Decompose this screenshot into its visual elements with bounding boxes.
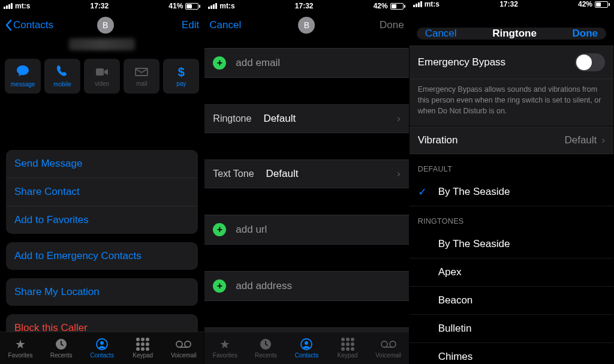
add-url-row[interactable]: + add url <box>204 215 408 245</box>
vibration-row[interactable]: Vibration Default › <box>410 127 613 154</box>
tab-recents[interactable]: Recents <box>245 332 286 364</box>
option-label: Apex <box>438 266 462 278</box>
tab-voicemail[interactable]: Voicemail <box>368 332 409 364</box>
ringtone-val: Default <box>263 113 296 125</box>
tab-bar: ★ Favorites Recents Contacts Keypad Vo <box>204 332 408 364</box>
tab-label: Contacts <box>295 352 318 359</box>
bypass-note: Emergency Bypass allows sounds and vibra… <box>410 79 613 127</box>
contact-name-blurred <box>69 38 135 50</box>
signal-icon <box>208 3 217 9</box>
ringtone-option[interactable]: Bulletin <box>410 315 613 343</box>
nav-bar: Cancel B Done <box>204 12 408 38</box>
avatar[interactable]: B <box>97 17 114 34</box>
add-emergency[interactable]: Add to Emergency Contacts <box>6 242 198 270</box>
tab-recents[interactable]: Recents <box>41 332 82 364</box>
tab-contacts[interactable]: Contacts <box>82 332 122 364</box>
svg-point-10 <box>305 341 308 345</box>
pay-chip[interactable]: $ pay <box>163 59 199 94</box>
ringtone-key: Ringtone <box>213 113 251 124</box>
ringtone-option[interactable]: Chimes <box>410 343 613 364</box>
svg-point-5 <box>176 341 182 347</box>
ringtone-row[interactable]: Ringtone Default › <box>204 104 408 133</box>
option-label: By The Seaside <box>438 186 510 197</box>
tab-label: Contacts <box>90 352 113 359</box>
add-url-label: add url <box>236 224 267 236</box>
share-location[interactable]: Share My Location <box>6 278 198 306</box>
bypass-toggle[interactable] <box>575 53 605 71</box>
battery-icon <box>185 3 200 10</box>
tab-keypad[interactable]: Keypad <box>327 332 368 364</box>
carrier-label: mt:s <box>219 2 234 10</box>
plus-icon: + <box>213 223 226 236</box>
actions-group-3: Share My Location <box>6 278 198 306</box>
add-email-row[interactable]: + add email <box>204 48 408 78</box>
ringtone-option[interactable]: By The Seaside <box>410 230 613 258</box>
phone-icon <box>56 65 68 79</box>
status-time: 17:32 <box>295 2 314 10</box>
avatar[interactable]: B <box>298 17 315 34</box>
battery-icon <box>390 3 405 10</box>
ringtone-option[interactable]: Beacon <box>410 287 613 315</box>
mail-chip[interactable]: mail <box>124 59 159 94</box>
back-label: Contacts <box>13 19 53 31</box>
add-email-label: add email <box>236 57 280 69</box>
cancel-button[interactable]: Cancel <box>209 19 251 31</box>
dollar-icon: $ <box>178 66 185 78</box>
back-button[interactable]: Contacts <box>5 19 53 31</box>
option-label: Beacon <box>438 294 473 306</box>
tab-contacts[interactable]: Contacts <box>286 332 327 364</box>
section-header-default: DEFAULT <box>410 154 613 178</box>
tab-label: Favorites <box>213 352 237 359</box>
status-bar: mt:s 17:32 42% <box>410 0 613 8</box>
default-ringtone-option[interactable]: ✓ By The Seaside <box>410 178 613 206</box>
tab-favorites[interactable]: ★ Favorites <box>0 332 41 364</box>
message-chip[interactable]: message <box>5 59 41 94</box>
battery-pct: 42% <box>578 0 592 8</box>
section-header-ringtones: RINGTONES <box>410 206 613 230</box>
tab-voicemail[interactable]: Voicemail <box>163 332 204 364</box>
option-label: Bulletin <box>438 323 472 334</box>
tab-label: Voicemail <box>375 352 401 359</box>
tab-bar: ★ Favorites Recents Contacts Keypad Vo <box>0 332 204 364</box>
signal-icon <box>413 1 422 7</box>
keypad-icon <box>341 338 354 351</box>
chip-label: video <box>95 80 109 87</box>
texttone-key: Text Tone <box>213 169 254 179</box>
plus-icon: + <box>213 56 226 70</box>
send-message[interactable]: Send Message <box>6 150 198 178</box>
add-address-label: add address <box>236 280 292 292</box>
tab-favorites[interactable]: ★ Favorites <box>204 332 245 364</box>
tab-label: Recents <box>255 352 277 359</box>
star-icon: ★ <box>219 338 230 351</box>
texttone-row[interactable]: Text Tone Default › <box>204 160 408 188</box>
voicemail-icon <box>381 338 396 351</box>
chevron-left-icon <box>5 19 12 31</box>
emergency-bypass-row[interactable]: Emergency Bypass <box>410 46 613 79</box>
check-icon: ✓ <box>418 185 427 198</box>
status-bar: mt:s 17:32 42% <box>204 0 408 12</box>
video-chip[interactable]: video <box>84 59 120 94</box>
svg-point-4 <box>100 341 104 345</box>
tab-label: Recents <box>50 352 73 359</box>
keypad-icon <box>136 338 149 351</box>
done-button[interactable]: Done <box>572 28 598 40</box>
chip-label: mobile <box>53 81 71 88</box>
edit-button[interactable]: Edit <box>157 19 199 31</box>
mail-icon <box>135 66 148 78</box>
mobile-chip[interactable]: mobile <box>44 59 80 94</box>
ringtone-option[interactable]: Apex <box>410 258 613 287</box>
add-address-row[interactable]: + add address <box>204 271 408 301</box>
contact-view-screen: mt:s 17:32 41% Contacts B Edit message <box>0 0 204 364</box>
action-chips: message mobile video mail $ pay <box>0 59 204 100</box>
actions-group-1: Send Message Share Contact Add to Favori… <box>6 150 198 234</box>
star-icon: ★ <box>15 338 26 351</box>
svg-rect-0 <box>96 68 104 76</box>
carrier-label: mt:s <box>425 0 440 8</box>
add-favorites[interactable]: Add to Favorites <box>6 206 198 234</box>
chip-label: message <box>11 81 35 88</box>
share-contact[interactable]: Share Contact <box>6 178 198 206</box>
cancel-button[interactable]: Cancel <box>425 28 457 40</box>
tab-keypad[interactable]: Keypad <box>122 332 163 364</box>
tab-label: Keypad <box>133 352 153 359</box>
done-button[interactable]: Done <box>362 19 404 31</box>
